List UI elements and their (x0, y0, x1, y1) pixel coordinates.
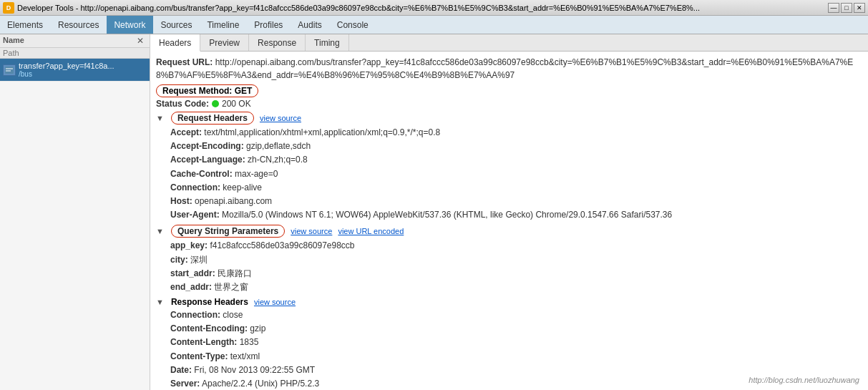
menu-tab-timeline[interactable]: Timeline (200, 16, 247, 34)
header-row: Cache-Control: max-age=0 (170, 167, 862, 181)
right-panel: HeadersPreviewResponseTiming Request URL… (150, 34, 868, 390)
request-headers-view-source[interactable]: view source (260, 114, 301, 122)
menu-tab-resources[interactable]: Resources (51, 16, 107, 34)
sub-tabs: HeadersPreviewResponseTiming (150, 34, 868, 52)
close-left-panel-button[interactable]: ✕ (134, 36, 147, 46)
request-url-value: http://openapi.aibang.com/bus/transfer?a… (156, 57, 853, 80)
menu-bar: ElementsResourcesNetworkSourcesTimelineP… (0, 16, 868, 34)
content-area: Request URL: http://openapi.aibang.com/b… (150, 52, 868, 390)
status-dot (212, 100, 219, 107)
menu-tab-network[interactable]: Network (107, 16, 153, 34)
menu-tab-elements[interactable]: Elements (0, 16, 51, 34)
query-param-row: app_key: f41c8afccc586de03a99c86097e98cc… (170, 239, 862, 253)
header-row: Accept-Language: zh-CN,zh;q=0.8 (170, 153, 862, 167)
menu-tab-sources[interactable]: Sources (153, 16, 200, 34)
close-button[interactable]: ✕ (854, 3, 865, 13)
response-headers-view-source[interactable]: view source (254, 298, 296, 306)
query-params-values: app_key: f41c8afccc586de03a99c86097e98cc… (156, 239, 862, 294)
main-layout: Name ✕ Path transfer?app_key=f41c8a... /… (0, 34, 868, 390)
request-method-row: Request Method: GET (156, 84, 862, 97)
request-method-bordered: Request Method: GET (156, 84, 258, 97)
left-panel: Name ✕ Path transfer?app_key=f41c8a... /… (0, 34, 150, 390)
response-headers-title: Response Headers (171, 297, 248, 307)
network-item[interactable]: transfer?app_key=f41c8a... /bus (0, 59, 150, 82)
name-col-header: Name (3, 36, 134, 46)
header-row: Accept: text/html,application/xhtml+xml,… (170, 126, 862, 140)
request-headers-title[interactable]: Request Headers (171, 112, 254, 125)
menu-tab-console[interactable]: Console (330, 16, 376, 34)
query-params-title[interactable]: Query String Parameters (171, 225, 285, 238)
request-url-line: Request URL: http://openapi.aibang.com/b… (156, 56, 862, 82)
request-headers-section: ▼ Request Headers view source Accept: te… (156, 112, 862, 222)
network-item-path: /bus (19, 70, 114, 78)
window-controls: — □ ✕ (828, 3, 865, 13)
header-row: Host: openapi.aibang.com (170, 195, 862, 208)
sub-tab-preview[interactable]: Preview (200, 34, 249, 51)
sub-tab-headers[interactable]: Headers (150, 34, 200, 52)
title-bar: D Developer Tools - http://openapi.aiban… (0, 0, 868, 16)
query-params-section: ▼ Query String Parameters view source vi… (156, 225, 862, 294)
status-code-row: Status Code: 200 OK (156, 99, 862, 109)
response-header-row: Content-Type: text/xml (170, 350, 862, 364)
maximize-button[interactable]: □ (841, 3, 852, 13)
app-icon: D (3, 2, 14, 14)
response-header-row: Connection: close (170, 308, 862, 322)
response-header-row: Content-Encoding: gzip (170, 322, 862, 336)
svg-rect-0 (5, 67, 14, 74)
query-param-row: start_addr: 民康路口 (170, 267, 862, 281)
sub-tab-timing[interactable]: Timing (306, 34, 349, 51)
header-row: Connection: keep-alive (170, 181, 862, 195)
watermark: http://blog.csdn.net/luozhuwang (748, 376, 859, 384)
request-headers-values: Accept: text/html,application/xhtml+xml,… (156, 126, 862, 222)
header-row: Accept-Encoding: gzip,deflate,sdch (170, 140, 862, 153)
left-panel-header: Name ✕ (0, 34, 150, 48)
window-title: Developer Tools - http://openapi.aibang.… (17, 4, 828, 12)
query-params-view-source[interactable]: view source (291, 227, 332, 235)
network-item-icon (3, 64, 16, 76)
query-param-row: end_addr: 世界之窗 (170, 281, 862, 294)
network-item-label: transfer?app_key=f41c8a... (19, 62, 114, 70)
response-header-row: Content-Length: 1835 (170, 336, 862, 349)
menu-tab-profiles[interactable]: Profiles (247, 16, 291, 34)
request-url-label: Request URL: (156, 57, 213, 67)
response-headers-title-row: ▼ Response Headers view source (156, 297, 862, 307)
status-code-label: Status Code: (156, 99, 209, 109)
request-headers-title-row: ▼ Request Headers view source (156, 112, 862, 125)
query-params-view-url-encoded[interactable]: view URL encoded (338, 227, 404, 235)
status-code-value: 200 OK (222, 99, 251, 109)
header-row: User-Agent: Mozilla/5.0 (Windows NT 6.1;… (170, 208, 862, 222)
menu-tab-audits[interactable]: Audits (291, 16, 329, 34)
query-params-title-row: ▼ Query String Parameters view source vi… (156, 225, 862, 238)
sub-tab-response[interactable]: Response (249, 34, 306, 51)
minimize-button[interactable]: — (828, 3, 839, 13)
path-col-header: Path (0, 48, 150, 59)
query-param-row: city: 深圳 (170, 253, 862, 267)
